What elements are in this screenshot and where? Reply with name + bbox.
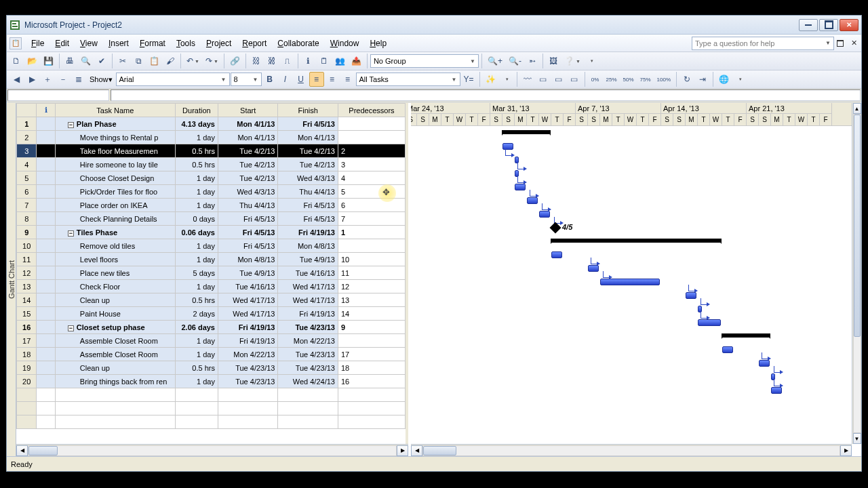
save-button[interactable]: 💾 bbox=[41, 54, 56, 68]
milestone-icon[interactable] bbox=[550, 222, 561, 234]
update-tasks-button[interactable]: ↻ bbox=[679, 72, 694, 87]
align-center-button[interactable]: ≡ bbox=[325, 72, 340, 87]
gantt-body[interactable]: 4/5 bbox=[411, 126, 852, 444]
indicator-column-header[interactable]: ℹ bbox=[37, 104, 55, 117]
task-row[interactable]: 17Assemble Closet Room1 dayFri 4/19/13Mo… bbox=[17, 334, 406, 348]
align-right-button[interactable]: ≡ bbox=[340, 72, 355, 87]
tracking-3-icon[interactable]: ▭ bbox=[551, 72, 566, 87]
task-notes-button[interactable]: 🗒 bbox=[317, 54, 332, 68]
task-bar[interactable] bbox=[759, 360, 770, 367]
task-name-cell[interactable]: Remove old tiles bbox=[55, 239, 175, 253]
pct-100-button[interactable]: 100% bbox=[654, 72, 673, 87]
spellcheck-button[interactable]: ✔ bbox=[94, 54, 109, 68]
filter-select[interactable]: All Tasks▼ bbox=[356, 73, 460, 86]
cut-button[interactable]: ✂ bbox=[115, 54, 130, 68]
task-table[interactable]: ℹTask NameDurationStartFinishPredecessor… bbox=[16, 103, 408, 444]
unlink-tasks-button[interactable]: ⛓̸ bbox=[264, 54, 279, 68]
tracking-4-icon[interactable]: ▭ bbox=[567, 72, 582, 87]
zoom-in-button[interactable]: 🔍+ bbox=[485, 54, 505, 68]
empty-row[interactable] bbox=[17, 402, 406, 415]
column-header[interactable] bbox=[17, 104, 37, 117]
task-row[interactable]: 20Bring things back from ren1 dayTue 4/2… bbox=[17, 375, 406, 388]
task-name-cell[interactable]: Move things to Rental p bbox=[55, 131, 175, 144]
task-bar[interactable] bbox=[722, 346, 733, 353]
undo-button[interactable]: ↶▼ bbox=[184, 54, 202, 68]
menu-insert[interactable]: Insert bbox=[103, 37, 134, 50]
column-header[interactable]: Start bbox=[218, 104, 278, 117]
align-left-button[interactable]: ≡ bbox=[309, 72, 324, 87]
toolbar-options-3-button[interactable]: ▾ bbox=[732, 72, 747, 87]
assign-resources-button[interactable]: 👥 bbox=[332, 54, 348, 68]
pct-50-button[interactable]: 50% bbox=[620, 72, 637, 87]
task-row[interactable]: 2Move things to Rental p1 dayMon 4/1/13M… bbox=[17, 131, 406, 144]
task-bar[interactable] bbox=[588, 265, 599, 272]
empty-row[interactable] bbox=[17, 388, 406, 402]
task-row[interactable]: 13Check Floor1 dayTue 4/16/13Wed 4/17/13… bbox=[17, 280, 406, 293]
bold-button[interactable]: B bbox=[262, 72, 277, 87]
help-search-input[interactable]: Type a question for help ▼ bbox=[692, 37, 834, 50]
outdent-button[interactable]: ◀ bbox=[9, 72, 24, 87]
task-row[interactable]: 1−Plan Phase4.13 daysMon 4/1/13Fri 4/5/1… bbox=[17, 117, 406, 131]
font-size-select[interactable]: 8▼ bbox=[231, 73, 262, 86]
toolbar-options-button[interactable]: ▾ bbox=[584, 54, 599, 68]
task-bar[interactable] bbox=[698, 319, 721, 326]
zoom-out-button[interactable]: 🔍- bbox=[506, 54, 524, 68]
summary-bar[interactable] bbox=[551, 239, 721, 243]
gantt-scroll-right-button[interactable]: ▶ bbox=[840, 445, 852, 456]
task-name-cell[interactable]: −Closet setup phase bbox=[55, 321, 175, 334]
summary-bar[interactable] bbox=[722, 333, 770, 338]
task-name-cell[interactable]: Place order on IKEA bbox=[55, 199, 175, 212]
menu-tools[interactable]: Tools bbox=[171, 37, 201, 50]
hide-assignments-button[interactable]: ≣ bbox=[71, 72, 86, 87]
menu-project[interactable]: Project bbox=[201, 37, 237, 50]
vertical-scrollbar[interactable]: ▲ ▼ bbox=[852, 103, 861, 444]
menu-report[interactable]: Report bbox=[237, 37, 272, 50]
empty-row[interactable] bbox=[17, 415, 406, 429]
task-information-button[interactable]: ℹ bbox=[301, 54, 316, 68]
task-row[interactable]: 18Assemble Closet Room1 dayMon 4/22/13Tu… bbox=[17, 348, 406, 361]
column-header[interactable]: Finish bbox=[278, 104, 338, 117]
open-button[interactable]: 📂 bbox=[24, 54, 40, 68]
task-name-cell[interactable]: Take floor Measuremen bbox=[55, 144, 175, 158]
task-name-cell[interactable]: Clean up bbox=[55, 293, 175, 307]
show-subtasks-button[interactable]: ＋ bbox=[40, 72, 55, 87]
menu-view[interactable]: View bbox=[75, 37, 103, 50]
column-header[interactable]: Duration bbox=[175, 104, 218, 117]
new-button[interactable]: 🗋 bbox=[9, 54, 24, 68]
font-name-select[interactable]: Arial▼ bbox=[116, 73, 230, 86]
task-bar[interactable] bbox=[771, 387, 782, 394]
task-name-cell[interactable]: Check Planning Details bbox=[55, 212, 175, 226]
publish-button[interactable]: 📤 bbox=[349, 54, 364, 68]
format-painter-button[interactable]: 🖌 bbox=[163, 54, 178, 68]
pct-0-button[interactable]: 0% bbox=[588, 72, 603, 87]
menu-file[interactable]: File bbox=[26, 37, 50, 50]
summary-bar[interactable] bbox=[502, 130, 550, 134]
mdi-system-icon[interactable]: 📋 bbox=[9, 37, 22, 49]
task-name-cell[interactable]: Assemble Closet Room bbox=[55, 334, 175, 348]
task-row[interactable]: 9−Tiles Phase0.06 daysFri 4/5/13Fri 4/19… bbox=[17, 226, 406, 239]
help-button[interactable]: ❔▼ bbox=[561, 54, 583, 68]
close-button[interactable] bbox=[840, 19, 859, 31]
collapse-button[interactable]: − bbox=[68, 122, 74, 128]
pct-25-button[interactable]: 25% bbox=[604, 72, 620, 87]
maximize-button[interactable] bbox=[819, 19, 838, 31]
task-row[interactable]: 7Place order on IKEA1 dayThu 4/4/13Fri 4… bbox=[17, 199, 406, 212]
split-task-button[interactable]: ⎍ bbox=[280, 54, 295, 68]
column-header[interactable]: Task Name bbox=[55, 104, 175, 117]
task-name-cell[interactable]: Clean up bbox=[55, 361, 175, 375]
mdi-close-button[interactable]: ✕ bbox=[849, 39, 859, 48]
cell-reference-box[interactable] bbox=[7, 89, 109, 101]
task-name-cell[interactable]: −Tiles Phase bbox=[55, 226, 175, 239]
task-row[interactable]: 11Level floors1 dayMon 4/8/13Tue 4/9/131… bbox=[17, 253, 406, 266]
column-header[interactable]: Predecessors bbox=[338, 104, 405, 117]
task-row[interactable]: 3Take floor Measuremen0.5 hrsTue 4/2/13T… bbox=[17, 144, 406, 158]
task-row[interactable]: 6Pick/Order Tiles for floo1 dayWed 4/3/1… bbox=[17, 185, 406, 199]
task-row[interactable]: 5Choose Closet Design1 dayTue 4/2/13Wed … bbox=[17, 171, 406, 185]
task-name-cell[interactable]: Bring things back from ren bbox=[55, 375, 175, 388]
gantt-hscrollbar[interactable]: ◀ ▶ bbox=[411, 444, 852, 456]
scroll-up-button[interactable]: ▲ bbox=[853, 103, 861, 114]
scroll-right-button[interactable]: ▶ bbox=[397, 445, 408, 456]
link-tasks-button[interactable]: ⛓ bbox=[249, 54, 264, 68]
task-name-cell[interactable]: Choose Closet Design bbox=[55, 171, 175, 185]
menu-collaborate[interactable]: Collaborate bbox=[272, 37, 324, 50]
